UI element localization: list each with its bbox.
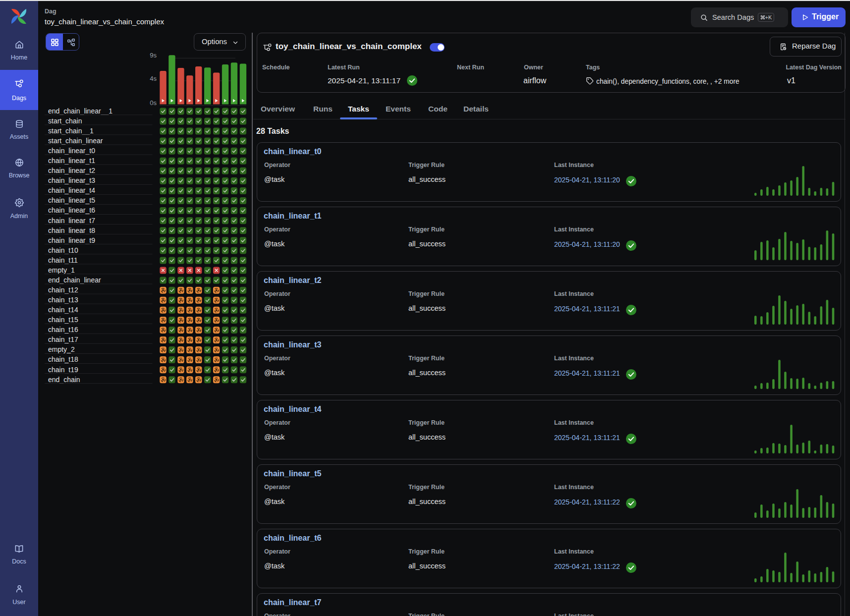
svg-text:0s: 0s <box>150 99 157 107</box>
svg-text:chain_linear_t8: chain_linear_t8 <box>48 226 95 234</box>
svg-text:empty_1: empty_1 <box>48 266 75 274</box>
svg-text:4s: 4s <box>150 75 157 82</box>
svg-text:chain_t11: chain_t11 <box>48 256 78 264</box>
svg-text:start_chain__1: start_chain__1 <box>48 127 94 135</box>
svg-text:start_chain: start_chain <box>48 117 82 125</box>
svg-text:end_chain: end_chain <box>48 376 80 384</box>
svg-text:start_chain_linear: start_chain_linear <box>48 137 103 145</box>
svg-text:chain_linear_t0: chain_linear_t0 <box>48 147 95 155</box>
svg-text:end_chain_linear: end_chain_linear <box>48 276 101 284</box>
svg-text:chain_t17: chain_t17 <box>48 336 78 343</box>
svg-text:chain_linear_t2: chain_linear_t2 <box>48 167 95 174</box>
svg-text:chain_linear_t5: chain_linear_t5 <box>48 196 95 204</box>
svg-text:chain_linear_t4: chain_linear_t4 <box>48 186 95 194</box>
svg-text:chain_linear_t7: chain_linear_t7 <box>48 217 95 224</box>
svg-text:chain_t16: chain_t16 <box>48 326 78 334</box>
svg-text:chain_t13: chain_t13 <box>48 296 78 304</box>
svg-text:end_chain_linear__1: end_chain_linear__1 <box>48 107 113 115</box>
svg-text:chain_linear_t9: chain_linear_t9 <box>48 236 95 244</box>
svg-text:9s: 9s <box>150 52 157 59</box>
svg-text:chain_t18: chain_t18 <box>48 355 78 363</box>
svg-text:chain_t15: chain_t15 <box>48 316 78 324</box>
svg-text:empty_2: empty_2 <box>48 345 75 353</box>
svg-text:chain_linear_t1: chain_linear_t1 <box>48 157 95 165</box>
svg-text:chain_t19: chain_t19 <box>48 366 78 374</box>
svg-text:chain_linear_t3: chain_linear_t3 <box>48 176 95 184</box>
svg-text:chain_t12: chain_t12 <box>48 286 78 294</box>
svg-text:chain_linear_t6: chain_linear_t6 <box>48 206 95 214</box>
svg-text:chain_t10: chain_t10 <box>48 246 78 254</box>
svg-text:chain_t14: chain_t14 <box>48 306 78 314</box>
